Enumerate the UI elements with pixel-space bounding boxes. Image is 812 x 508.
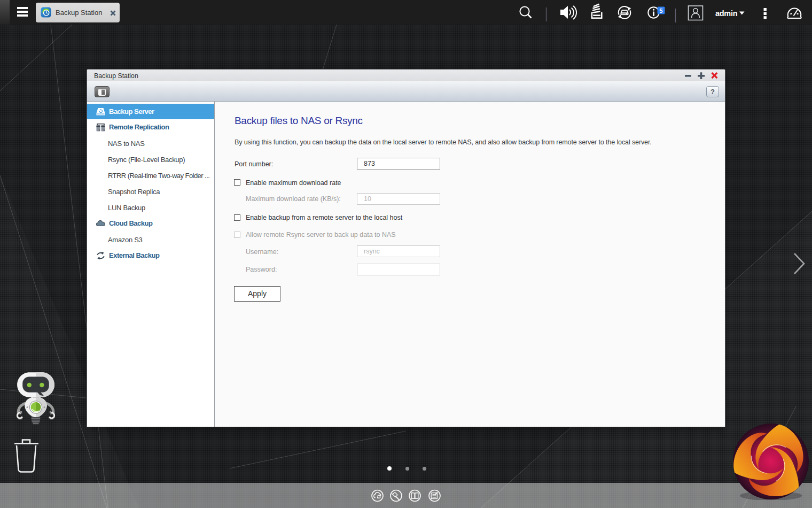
svg-text:admin: admin [715,9,737,18]
svg-text:5: 5 [659,7,663,14]
